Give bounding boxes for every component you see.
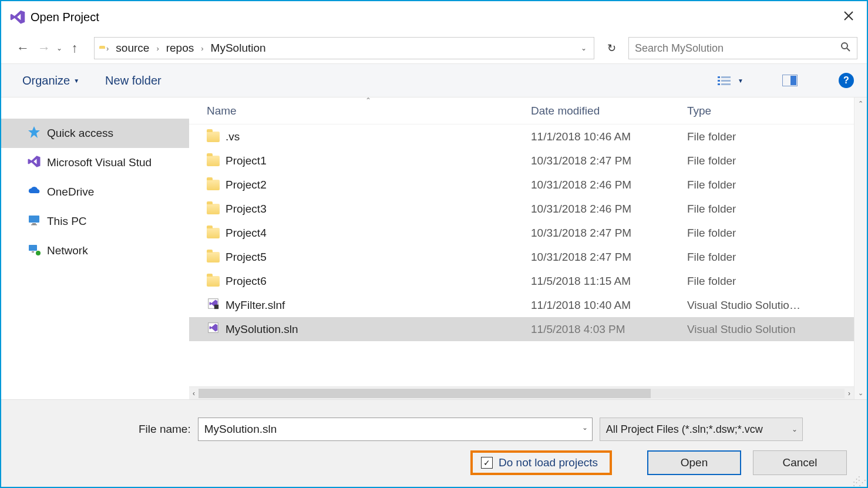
network-icon [27, 243, 41, 260]
column-header-date[interactable]: Date modified [531, 105, 687, 117]
file-date: 11/5/2018 11:15 AM [531, 275, 687, 288]
search-input[interactable]: Search MySolution [628, 37, 857, 59]
chevron-right-icon[interactable]: › [152, 44, 163, 53]
breadcrumb[interactable]: › source › repos › MySolution ⌄ [94, 37, 594, 59]
forward-icon[interactable]: → [36, 41, 52, 56]
breadcrumb-part[interactable]: MySolution [211, 42, 266, 55]
vs-icon [27, 154, 41, 171]
sidebar-item-label: Quick access [47, 127, 113, 140]
file-date: 10/31/2018 2:47 PM [531, 154, 687, 167]
file-row[interactable]: Project611/5/2018 11:15 AMFile folder [189, 269, 854, 293]
scroll-up-icon[interactable]: ⌃ [858, 100, 863, 107]
file-type-select[interactable]: All Project Files (*.sln;*.dsw;*.vcw ⌄ [600, 418, 803, 441]
up-icon[interactable]: ↑ [67, 41, 82, 56]
svg-rect-12 [29, 245, 37, 251]
close-icon[interactable] [837, 7, 860, 28]
column-header-name[interactable]: Name [189, 105, 531, 117]
file-list-area: ⌃ Name Date modified Type .vs11/1/2018 1… [189, 97, 854, 399]
scrollbar-thumb[interactable] [199, 389, 651, 398]
folder-icon [207, 132, 220, 142]
file-type: Visual Studio Solution [687, 323, 854, 336]
file-row[interactable]: Project510/31/2018 2:47 PMFile folder [189, 245, 854, 269]
sidebar-item-label: Network [47, 244, 88, 257]
toolbar: Organize ▼ New folder ▼ ? [1, 63, 867, 97]
folder-icon [207, 228, 220, 238]
sidebar-item-label: Microsoft Visual Stud [47, 156, 152, 169]
scroll-down-icon[interactable]: ⌄ [858, 389, 863, 397]
file-row[interactable]: Project310/31/2018 2:46 PMFile folder [189, 197, 854, 221]
file-row[interactable]: Project110/31/2018 2:47 PMFile folder [189, 149, 854, 173]
details-view-icon [718, 75, 734, 86]
svg-rect-16 [214, 305, 218, 309]
breadcrumb-part[interactable]: repos [166, 42, 194, 55]
file-rows: .vs11/1/2018 10:46 AMFile folderProject1… [189, 124, 854, 386]
folder-icon [207, 156, 220, 166]
scroll-left-icon[interactable]: ‹ [193, 389, 195, 398]
search-icon[interactable] [840, 42, 851, 55]
svg-rect-9 [29, 216, 39, 223]
file-type: File folder [687, 179, 854, 191]
file-row[interactable]: Project410/31/2018 2:47 PMFile folder [189, 221, 854, 245]
sidebar-item-network[interactable]: Network [1, 236, 189, 265]
folder-icon [207, 276, 220, 287]
file-date: 10/31/2018 2:46 PM [531, 179, 687, 191]
file-row[interactable]: .vs11/1/2018 10:46 AMFile folder [189, 124, 854, 149]
organize-button[interactable]: Organize ▼ [22, 74, 79, 87]
file-row[interactable]: MyFilter.slnf11/1/2018 10:40 AMVisual St… [189, 293, 854, 317]
resize-grip-icon[interactable]: ⋰⋰⋰ [853, 477, 864, 484]
column-header-type[interactable]: Type [687, 105, 854, 117]
pc-icon [27, 213, 41, 230]
file-name: MySolution.sln [226, 323, 298, 336]
file-type-label: All Project Files (*.sln;*.dsw;*.vcw [606, 423, 763, 436]
folder-icon [207, 180, 220, 190]
window-title: Open Project [31, 11, 99, 24]
file-name: MyFilter.slnf [226, 299, 285, 312]
file-type: File folder [687, 275, 854, 288]
do-not-load-projects-checkbox[interactable]: ✓ [481, 457, 493, 469]
breadcrumb-part[interactable]: source [116, 42, 149, 55]
svg-rect-5 [718, 83, 720, 85]
vs-logo-icon [9, 9, 26, 25]
sidebar-item-microsoft-visual-stud[interactable]: Microsoft Visual Stud [1, 148, 189, 177]
help-icon[interactable]: ? [839, 73, 854, 88]
file-row[interactable]: Project210/31/2018 2:46 PMFile folder [189, 173, 854, 197]
open-button[interactable]: Open [647, 450, 741, 475]
file-row[interactable]: MySolution.sln11/5/2018 4:03 PMVisual St… [189, 317, 854, 341]
folder-icon [207, 252, 220, 262]
search-placeholder: Search MySolution [635, 42, 724, 55]
file-date: 11/1/2018 10:46 AM [531, 130, 687, 143]
svg-point-13 [36, 251, 41, 255]
sidebar-item-quick-access[interactable]: Quick access [1, 119, 189, 148]
file-date: 10/31/2018 2:47 PM [531, 227, 687, 240]
file-type: File folder [687, 227, 854, 240]
back-icon[interactable]: ← [15, 41, 31, 56]
recent-locations-icon[interactable]: ⌄ [56, 44, 62, 52]
chevron-right-icon[interactable]: › [196, 44, 208, 53]
cancel-button[interactable]: Cancel [753, 450, 847, 475]
chevron-down-icon[interactable]: ⌄ [582, 423, 588, 432]
svg-point-0 [842, 43, 847, 49]
file-date: 10/31/2018 2:46 PM [531, 203, 687, 216]
scrollbar-track[interactable] [199, 389, 845, 398]
view-mode-button[interactable]: ▼ [718, 75, 743, 86]
sidebar-item-onedrive[interactable]: OneDrive [1, 177, 189, 207]
chevron-down-icon: ▼ [73, 78, 79, 84]
chevron-down-icon[interactable]: ⌄ [578, 44, 589, 52]
file-date: 10/31/2018 2:47 PM [531, 251, 687, 264]
svg-rect-10 [32, 223, 36, 224]
new-folder-button[interactable]: New folder [105, 74, 162, 87]
scroll-right-icon[interactable]: › [848, 389, 850, 398]
refresh-icon[interactable]: ↻ [600, 37, 623, 59]
svg-rect-14 [32, 251, 34, 253]
file-name-input[interactable] [198, 418, 593, 441]
do-not-load-projects-option[interactable]: ✓ Do not load projects [470, 450, 612, 475]
file-name: .vs [226, 130, 240, 143]
svg-rect-6 [721, 83, 731, 85]
sidebar-item-this-pc[interactable]: This PC [1, 207, 189, 236]
column-headers: Name Date modified Type [189, 97, 854, 124]
sln-file-icon [207, 321, 220, 337]
horizontal-scrollbar[interactable]: ‹ › [189, 386, 854, 399]
file-date: 11/5/2018 4:03 PM [531, 323, 687, 336]
vertical-scrollbar[interactable]: ⌃ ⌄ [854, 97, 867, 399]
preview-pane-button[interactable] [782, 75, 798, 86]
